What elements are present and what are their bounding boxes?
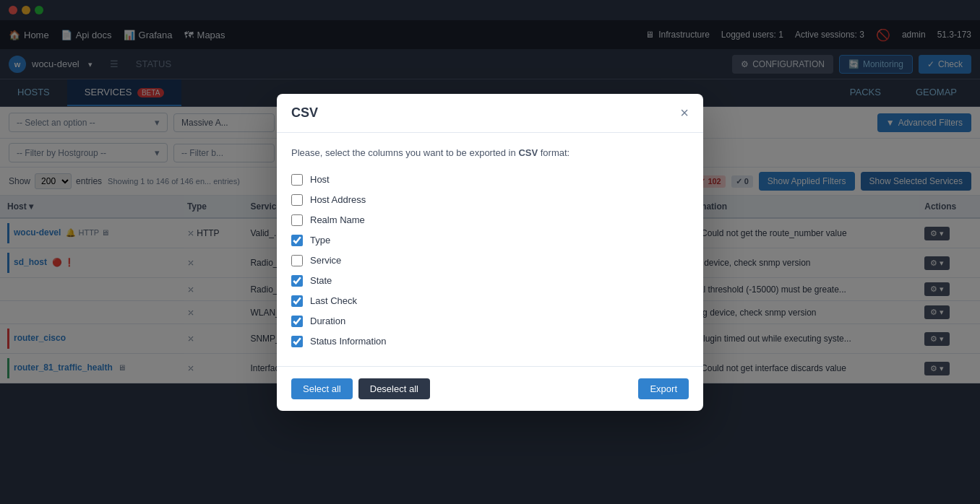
checkbox-col_last_check[interactable] [291,295,303,307]
label-col_host_address[interactable]: Host Address [310,194,366,205]
checkbox-item-col_service: Service [291,251,689,271]
checkbox-col_type[interactable] [291,235,303,246]
csv-modal: CSV × Please, select the columns you wan… [277,94,703,411]
checkbox-col_status_info[interactable] [291,336,303,347]
checkbox-col_duration[interactable] [291,316,303,327]
select-all-button[interactable]: Select all [291,378,353,399]
label-col_service[interactable]: Service [310,255,341,266]
label-col_type[interactable]: Type [310,235,330,246]
modal-close-button[interactable]: × [680,105,689,120]
label-col_realm_name[interactable]: Realm Name [310,214,365,225]
checkbox-item-col_status_info: Status Information [291,331,689,352]
modal-actions: Select all Deselect all Export [277,366,703,411]
label-col_status_info[interactable]: Status Information [310,336,387,347]
export-button[interactable]: Export [638,378,689,399]
checkbox-item-col_duration: Duration [291,311,689,331]
label-col_host[interactable]: Host [310,174,330,185]
checkbox-col_host[interactable] [291,174,303,186]
label-col_duration[interactable]: Duration [310,316,345,326]
modal-description: Please, select the columns you want to b… [291,147,689,158]
modal-title: CSV [291,105,318,121]
deselect-all-button[interactable]: Deselect all [358,378,430,399]
modal-body: Please, select the columns you want to b… [277,133,703,366]
checkbox-item-col_realm_name: Realm Name [291,210,689,230]
checkbox-col_state[interactable] [291,275,303,287]
modal-overlay: CSV × Please, select the columns you wan… [0,0,980,504]
checkbox-item-col_type: Type [291,230,689,251]
checkbox-col_service[interactable] [291,255,303,266]
checkbox-list: HostHost AddressRealm NameTypeServiceSta… [291,170,689,352]
checkbox-item-col_host_address: Host Address [291,190,689,210]
checkbox-col_host_address[interactable] [291,194,303,206]
checkbox-item-col_host: Host [291,170,689,190]
checkbox-col_realm_name[interactable] [291,214,303,226]
label-col_state[interactable]: State [310,275,332,286]
csv-highlight: CSV [518,147,538,158]
checkbox-item-col_state: State [291,271,689,291]
label-col_last_check[interactable]: Last Check [310,295,357,306]
modal-header: CSV × [277,94,703,133]
checkbox-item-col_last_check: Last Check [291,291,689,311]
